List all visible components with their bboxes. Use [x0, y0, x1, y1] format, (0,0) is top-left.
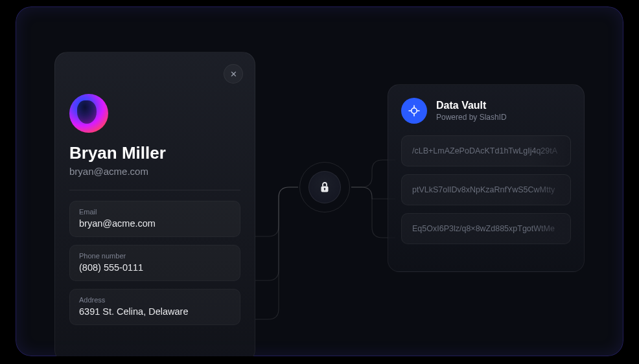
cipher-row: Eq5OxI6P3lz/q8×8wZd885xpTgotWtMe [401, 213, 571, 244]
vault-card: Data Vault Powered by SlashID /cLB+LmAZe… [388, 84, 585, 272]
divider [69, 190, 240, 190]
vault-subtitle: Powered by SlashID [436, 113, 507, 122]
svg-point-3 [412, 108, 417, 113]
profile-email: bryan@acme.com [69, 166, 240, 177]
canvas: ✕ Bryan Miller bryan@acme.com Email brya… [16, 6, 623, 356]
vault-title-block: Data Vault Powered by SlashID [436, 100, 507, 122]
field-value: bryan@acme.com [79, 218, 231, 229]
vault-title: Data Vault [436, 100, 507, 111]
field-email[interactable]: Email bryan@acme.com [69, 201, 240, 237]
lock-icon [308, 171, 341, 203]
field-phone[interactable]: Phone number (808) 555-0111 [69, 245, 240, 281]
field-label: Email [79, 208, 231, 216]
profile-card: ✕ Bryan Miller bryan@acme.com Email brya… [54, 52, 255, 356]
profile-name: Bryan Miller [69, 143, 240, 163]
lock-ring [299, 162, 350, 212]
avatar [69, 94, 108, 133]
close-button[interactable]: ✕ [224, 64, 243, 84]
field-value: 6391 St. Celina, Delaware [79, 306, 231, 317]
svg-rect-2 [324, 189, 325, 190]
field-label: Address [79, 296, 231, 304]
field-value: (808) 555-0111 [79, 262, 231, 273]
field-address[interactable]: Address 6391 St. Celina, Delaware [69, 289, 240, 325]
close-icon: ✕ [230, 69, 237, 79]
vault-header: Data Vault Powered by SlashID [401, 98, 571, 124]
cipher-row: ptVLkS7olIDv8xNpKzaRnfYwS5CwMtty [401, 174, 571, 205]
cipher-row: /cLB+LmAZePoDAcKTd1hTwLgIj4q29tA [401, 135, 571, 166]
vault-icon [401, 98, 427, 124]
field-label: Phone number [79, 252, 231, 260]
